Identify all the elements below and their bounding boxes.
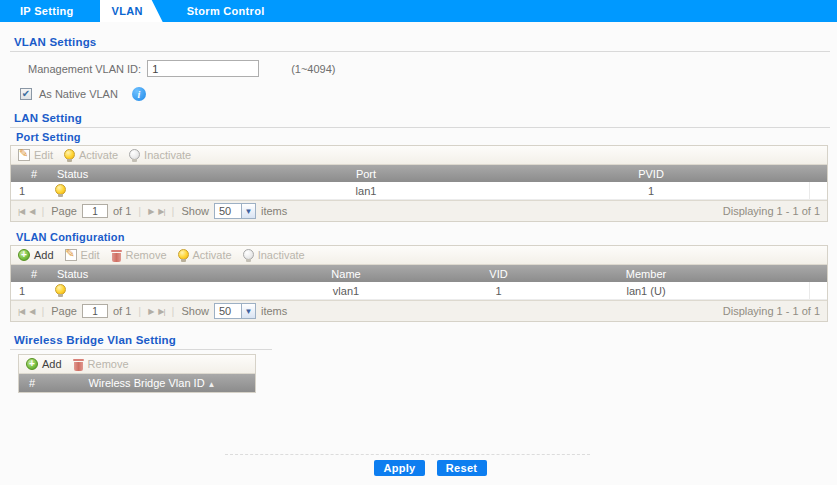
apply-button[interactable]: Apply — [374, 460, 424, 476]
vlan-configuration-group: VLAN Configuration Add Edit Remove Activ… — [10, 231, 828, 322]
divider — [10, 51, 830, 52]
edit-icon — [65, 249, 77, 261]
vlan-configuration-table: Add Edit Remove Activate Inactivate — [10, 245, 828, 322]
chevron-down-icon: ▼ — [241, 204, 255, 218]
first-page-icon[interactable]: |◀ — [18, 307, 24, 316]
lan-setting-heading: LAN Setting — [10, 112, 830, 124]
cell-member: lan1 (U) — [526, 285, 766, 297]
info-icon[interactable]: i — [132, 87, 146, 101]
divider: | — [172, 205, 175, 217]
bulb-on-icon — [64, 149, 75, 162]
column-header-member: Member — [526, 268, 766, 280]
inactivate-button[interactable]: Inactivate — [129, 149, 191, 162]
chevron-down-icon: ▼ — [241, 304, 255, 318]
vlan-configuration-title: VLAN Configuration — [10, 231, 828, 243]
last-page-icon[interactable]: ▶| — [158, 207, 164, 216]
management-vlan-input[interactable] — [147, 60, 259, 77]
page-number-input[interactable] — [82, 304, 108, 318]
reset-button[interactable]: Reset — [437, 460, 487, 476]
vlan-settings-heading: VLAN Settings — [10, 36, 830, 48]
divider: | — [138, 205, 141, 217]
cell-status — [51, 284, 221, 297]
page-of-label: of 1 — [113, 205, 131, 217]
prev-page-icon[interactable]: ◀ — [29, 307, 34, 316]
column-header-vlan-id[interactable]: Wireless Bridge Vlan ID▲ — [49, 377, 255, 389]
wireless-bridge-header: # Wireless Bridge Vlan ID▲ — [19, 374, 255, 392]
activate-button[interactable]: Activate — [64, 149, 118, 162]
divider: | — [41, 305, 44, 317]
add-button[interactable]: Add — [26, 358, 62, 370]
edit-label: Edit — [81, 249, 100, 261]
edit-button[interactable]: Edit — [18, 149, 53, 161]
port-table-row[interactable]: 1 lan1 1 — [11, 182, 827, 200]
add-button[interactable]: Add — [18, 249, 54, 261]
column-header-num: # — [11, 168, 51, 180]
add-icon — [18, 249, 30, 261]
cell-spacer — [809, 182, 827, 199]
section-lan-setting: LAN Setting — [10, 112, 830, 128]
next-page-icon[interactable]: ▶ — [148, 307, 153, 316]
native-vlan-label: As Native VLAN — [39, 88, 118, 100]
port-table-header: # Status Port PVID — [11, 165, 827, 182]
remove-label: Remove — [88, 358, 129, 370]
page-label: Page — [51, 305, 77, 317]
native-vlan-checkbox[interactable] — [20, 88, 32, 100]
divider — [10, 349, 272, 350]
edit-button[interactable]: Edit — [65, 249, 100, 261]
sort-ascending-icon: ▲ — [208, 380, 216, 389]
page-label: Page — [51, 205, 77, 217]
remove-button[interactable]: Remove — [111, 249, 167, 262]
vlan-table-row[interactable]: 1 vlan1 1 lan1 (U) — [11, 282, 827, 300]
port-table-pagination: |◀ ◀ | Page of 1 | ▶ ▶| | Show 50 ▼ item… — [11, 200, 827, 221]
management-vlan-range-hint: (1~4094) — [291, 63, 335, 75]
trash-icon — [111, 249, 122, 262]
bulb-off-icon — [243, 249, 254, 262]
page-of-label: of 1 — [113, 305, 131, 317]
vlan-table-pagination: |◀ ◀ | Page of 1 | ▶ ▶| | Show 50 ▼ item… — [11, 300, 827, 321]
last-page-icon[interactable]: ▶| — [158, 307, 164, 316]
port-setting-table: Edit Activate Inactivate # Status Port P… — [10, 145, 828, 222]
status-active-bulb-icon — [55, 284, 66, 297]
tab-vlan[interactable]: VLAN — [100, 0, 163, 22]
items-label: items — [261, 305, 287, 317]
section-vlan-settings: VLAN Settings Management VLAN ID: (1~409… — [10, 36, 830, 101]
show-items-select[interactable]: 50 ▼ — [214, 303, 256, 319]
port-setting-group: Port Setting Edit Activate Inactivate # … — [10, 131, 828, 222]
divider: | — [138, 305, 141, 317]
tab-storm-control[interactable]: Storm Control — [175, 0, 277, 22]
cell-vid: 1 — [471, 285, 526, 297]
divider: | — [41, 205, 44, 217]
page-number-input[interactable] — [82, 204, 108, 218]
remove-button[interactable]: Remove — [73, 358, 129, 371]
show-items-value: 50 — [215, 205, 241, 217]
show-label: Show — [181, 305, 209, 317]
prev-page-icon[interactable]: ◀ — [29, 207, 34, 216]
show-items-value: 50 — [215, 305, 241, 317]
show-label: Show — [181, 205, 209, 217]
add-icon — [26, 358, 38, 370]
column-header-spacer — [809, 265, 827, 282]
column-header-vid: VID — [471, 268, 526, 280]
edit-icon — [18, 149, 30, 161]
trash-icon — [73, 358, 84, 371]
tab-ip-setting[interactable]: IP Setting — [8, 0, 86, 22]
column-header-name: Name — [221, 268, 471, 280]
column-header-spacer — [809, 165, 827, 182]
divider: | — [172, 305, 175, 317]
activate-button[interactable]: Activate — [178, 249, 232, 262]
divider — [225, 454, 590, 455]
inactivate-label: Inactivate — [258, 249, 305, 261]
status-active-bulb-icon — [55, 184, 66, 197]
next-page-icon[interactable]: ▶ — [148, 207, 153, 216]
first-page-icon[interactable]: |◀ — [18, 207, 24, 216]
native-vlan-row: As Native VLAN i — [10, 87, 830, 101]
vlan-id-header-label: Wireless Bridge Vlan ID — [88, 377, 204, 389]
inactivate-label: Inactivate — [144, 149, 191, 161]
column-header-port: Port — [221, 168, 511, 180]
inactivate-button[interactable]: Inactivate — [243, 249, 305, 262]
vlan-table-header: # Status Name VID Member — [11, 265, 827, 282]
column-header-pvid: PVID — [511, 168, 791, 180]
activate-label: Activate — [193, 249, 232, 261]
column-header-num: # — [19, 377, 49, 389]
show-items-select[interactable]: 50 ▼ — [214, 203, 256, 219]
